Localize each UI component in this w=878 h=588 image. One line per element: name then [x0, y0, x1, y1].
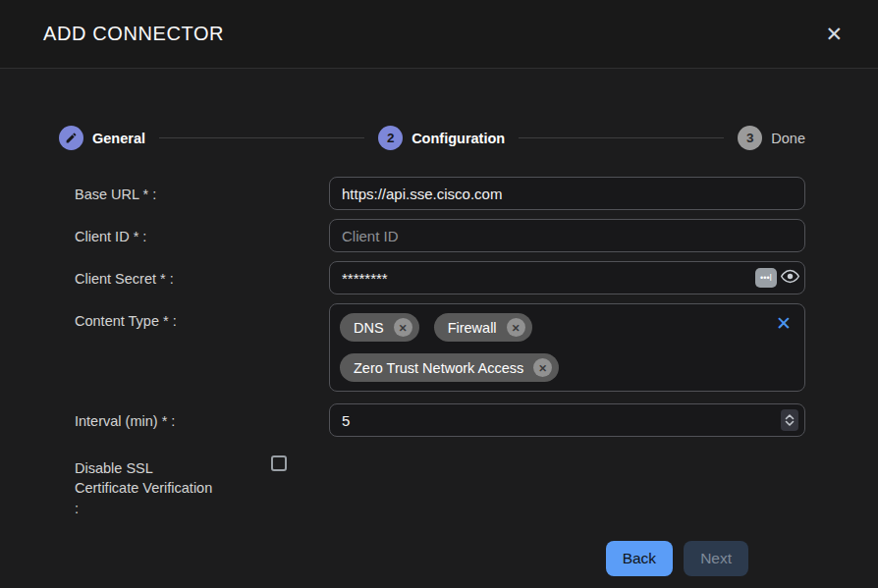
- show-password-button[interactable]: [780, 266, 800, 290]
- dialog-title: ADD CONNECTOR: [43, 23, 224, 45]
- wizard-stepper: General 2 Configuration 3 Done: [59, 126, 805, 150]
- dialog-content: General 2 Configuration 3 Done Base URL …: [0, 69, 878, 588]
- client-secret-input[interactable]: [329, 261, 805, 294]
- stepper-connector: [519, 137, 724, 138]
- step-configuration-label: Configuration: [412, 131, 505, 146]
- ssl-verification-row: Disable SSL Certificate Verification :: [75, 451, 805, 518]
- chip-firewall: Firewall ✕: [434, 313, 532, 342]
- password-manager-icon[interactable]: •••ǀ: [755, 268, 777, 288]
- base-url-input[interactable]: [329, 177, 805, 210]
- interval-row: Interval (min) * :: [75, 403, 805, 437]
- client-id-label: Client ID * :: [75, 219, 329, 252]
- stepper-connector: [159, 137, 364, 138]
- interval-input[interactable]: [329, 403, 805, 437]
- pencil-icon: [59, 126, 83, 150]
- chip-label: Firewall: [448, 320, 497, 336]
- chip-label: DNS: [354, 320, 384, 336]
- chevron-down-icon: [785, 420, 795, 427]
- interval-label: Interval (min) * :: [75, 403, 329, 437]
- chevron-up-icon: [785, 413, 795, 420]
- base-url-row: Base URL * :: [75, 177, 805, 210]
- ssl-verification-checkbox[interactable]: [271, 455, 287, 471]
- step-done[interactable]: 3 Done: [738, 126, 805, 150]
- client-id-input[interactable]: [329, 219, 805, 252]
- step-3-badge: 3: [738, 126, 762, 150]
- step-configuration[interactable]: 2 Configuration: [378, 126, 505, 150]
- client-id-row: Client ID * :: [75, 219, 805, 252]
- step-general-label: General: [92, 131, 145, 146]
- content-type-multiselect[interactable]: DNS ✕ Firewall ✕ Zero Trust Network Acce…: [329, 303, 805, 392]
- ssl-verification-label: Disable SSL Certificate Verification :: [75, 451, 271, 518]
- chip-remove-icon[interactable]: ✕: [533, 358, 552, 377]
- content-type-label: Content Type * :: [75, 303, 329, 392]
- next-button[interactable]: Next: [684, 541, 748, 576]
- clear-all-icon[interactable]: ✕: [776, 314, 792, 333]
- dialog-header: ADD CONNECTOR ✕: [0, 0, 878, 69]
- base-url-label: Base URL * :: [75, 177, 329, 210]
- chip-remove-icon[interactable]: ✕: [394, 318, 412, 337]
- close-icon: ✕: [825, 23, 843, 45]
- chip-remove-icon[interactable]: ✕: [507, 318, 525, 337]
- back-button[interactable]: Back: [606, 541, 673, 576]
- step-2-badge: 2: [378, 126, 403, 150]
- number-stepper[interactable]: [781, 409, 798, 431]
- chip-dns: DNS ✕: [340, 313, 419, 342]
- content-type-row: Content Type * : DNS ✕ Firewall ✕ Zero T…: [75, 303, 805, 392]
- close-button[interactable]: ✕: [825, 24, 843, 44]
- connector-form: Base URL * : Client ID * : Client Secret…: [59, 177, 805, 518]
- client-secret-label: Client Secret * :: [75, 261, 329, 294]
- chip-zero-trust-network-access: Zero Trust Network Access ✕: [340, 353, 559, 382]
- add-connector-dialog: ADD CONNECTOR ✕ General 2 Configuration …: [0, 0, 878, 588]
- step-done-label: Done: [771, 131, 805, 146]
- eye-icon: [780, 266, 800, 290]
- client-secret-row: Client Secret * : •••ǀ: [75, 261, 805, 294]
- dialog-footer: Back Next: [59, 527, 805, 576]
- chip-label: Zero Trust Network Access: [354, 360, 523, 376]
- step-general[interactable]: General: [59, 126, 145, 150]
